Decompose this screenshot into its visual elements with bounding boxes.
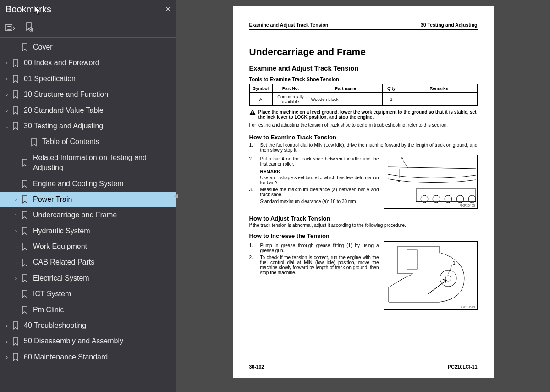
bookmark-item[interactable]: ›Related Information on Testing and Adju… xyxy=(0,150,176,176)
chevron-icon[interactable]: › xyxy=(12,227,20,235)
bookmark-label: 20 Standard Value Table xyxy=(24,105,173,116)
chevron-icon[interactable]: › xyxy=(3,337,11,346)
svg-text:a: a xyxy=(398,179,400,183)
warning-row: Place the machine on a level ground, low… xyxy=(249,110,478,120)
bookmark-item[interactable]: ›40 Troubleshooting xyxy=(0,318,176,333)
td-partname: Wooden block xyxy=(309,93,382,106)
warning-icon xyxy=(249,110,256,120)
bookmark-label: Hydraulic System xyxy=(33,226,173,236)
bookmark-item[interactable]: ›Undercarriage and Frame xyxy=(0,207,176,223)
warning-text: Place the machine on a level ground, low… xyxy=(258,110,478,120)
adjust-note: If the track tension is abnormal, adjust… xyxy=(249,223,478,228)
svg-rect-21 xyxy=(407,250,417,269)
bookmark-label: 01 Specification xyxy=(24,74,173,84)
bookmark-label: 30 Testing and Adjusting xyxy=(24,121,173,131)
figure-track-tension: A a RKP30405 xyxy=(384,155,478,209)
sidebar-title: Bookmarks xyxy=(6,4,51,15)
chevron-icon[interactable]: › xyxy=(12,259,20,267)
bookmark-label: 60 Maintenance Standard xyxy=(24,352,173,362)
examine-step1: Set the fuel control dial to MIN (Low id… xyxy=(260,143,478,153)
svg-point-4 xyxy=(29,28,33,31)
th-partname: Part name xyxy=(309,84,382,93)
bookmark-item[interactable]: ›Hydraulic System xyxy=(0,223,176,239)
page-footer: 30-102 PC210LCI-11 xyxy=(249,364,478,370)
svg-line-8 xyxy=(388,167,476,169)
find-bookmark-icon[interactable] xyxy=(24,22,34,33)
chevron-icon[interactable]: › xyxy=(12,290,20,298)
bookmark-item[interactable]: ›Power Train xyxy=(0,192,176,207)
tools-table: Symbol Part No. Part name Q'ty Remarks A… xyxy=(249,84,478,106)
chevron-icon[interactable]: › xyxy=(12,195,20,204)
figure-grease-fitting: 1 RSP10519 xyxy=(384,241,478,310)
pdf-page: Examine and Adjust Track Tension 30 Test… xyxy=(233,6,494,378)
bookmark-label: ICT System xyxy=(33,289,173,299)
collapse-sidebar-icon[interactable]: ◀ xyxy=(174,193,179,202)
bookmark-item[interactable]: ›50 Disassembly and Assembly xyxy=(0,333,176,349)
chevron-icon[interactable]: › xyxy=(3,353,11,361)
chevron-icon[interactable]: › xyxy=(12,243,20,251)
bookmark-item[interactable]: ›20 Standard Value Table xyxy=(0,103,176,118)
chevron-icon[interactable]: › xyxy=(3,75,11,83)
svg-text:A: A xyxy=(401,156,403,160)
bookmark-item[interactable]: ›CAB Related Parts xyxy=(0,254,176,270)
svg-text:1: 1 xyxy=(453,260,456,265)
bookmark-label: 10 Structure and Function xyxy=(24,89,173,99)
bookmark-item[interactable]: ⌄30 Testing and Adjusting xyxy=(0,118,176,134)
bookmark-tree[interactable]: Cover›00 Index and Foreword›01 Specifica… xyxy=(0,38,176,392)
bookmarks-toolbar xyxy=(0,18,176,38)
svg-point-23 xyxy=(446,276,451,281)
bookmark-label: Electrical System xyxy=(33,273,173,283)
figure-id: RKP30405 xyxy=(460,204,475,207)
th-partno: Part No. xyxy=(272,84,309,93)
bookmark-label: Related Information on Testing and Adjus… xyxy=(33,153,173,173)
remark-label: REMARK xyxy=(260,169,379,174)
std-clearance: Standard maximum clearance (a): 10 to 30… xyxy=(260,199,379,204)
bookmark-item[interactable]: ›Engine and Cooling System xyxy=(0,176,176,192)
td-partno: Commercially available xyxy=(272,93,309,106)
chevron-icon[interactable]: › xyxy=(12,180,20,188)
td-qty: 1 xyxy=(382,93,401,106)
td-remarks xyxy=(401,93,477,106)
bookmark-item[interactable]: ›60 Maintenance Standard xyxy=(0,349,176,365)
chevron-icon[interactable]: › xyxy=(3,106,11,115)
note-text: For testing and adjusting the tension of… xyxy=(249,122,478,127)
bookmark-item[interactable]: ›ICT System xyxy=(0,286,176,302)
footer-left: 30-102 xyxy=(249,364,264,370)
options-icon[interactable] xyxy=(6,22,16,33)
chevron-icon[interactable]: › xyxy=(12,306,20,314)
bookmarks-panel: Bookmarks × Cover›00 Index and Foreword›… xyxy=(0,0,176,392)
footer-right: PC210LCI-11 xyxy=(448,364,477,370)
bookmark-item[interactable]: Table of Contents xyxy=(0,134,176,149)
bookmark-label: 40 Troubleshooting xyxy=(24,320,173,331)
document-viewport[interactable]: ◀ Examine and Adjust Track Tension 30 Te… xyxy=(176,0,550,392)
bookmark-item[interactable]: ›Electrical System xyxy=(0,271,176,286)
chevron-icon[interactable]: › xyxy=(12,159,20,167)
chevron-icon[interactable]: › xyxy=(3,59,11,67)
bookmark-item[interactable]: ›Pm Clinic xyxy=(0,302,176,318)
chevron-icon[interactable]: › xyxy=(12,211,20,219)
chevron-icon[interactable]: › xyxy=(12,274,20,282)
bookmark-item[interactable]: Cover xyxy=(0,39,176,55)
remark-text: Use an L shape steel bar, etc. which has… xyxy=(260,175,379,185)
bookmark-item[interactable]: ›Work Equipment xyxy=(0,239,176,254)
svg-rect-7 xyxy=(252,114,253,115)
examine-step3: Measure the maximum clearance (a) betwee… xyxy=(260,187,379,197)
running-right: 30 Testing and Adjusting xyxy=(421,22,478,28)
increase-step1: Pump in grease through grease fitting (1… xyxy=(260,243,379,253)
td-symbol: A xyxy=(249,93,272,106)
bookmark-item[interactable]: ›10 Structure and Function xyxy=(0,87,176,102)
section-heading: Examine and Adjust Track Tension xyxy=(249,65,478,72)
close-icon[interactable]: × xyxy=(165,3,171,15)
bookmark-label: 00 Index and Foreword xyxy=(24,58,173,68)
bookmark-item[interactable]: ›01 Specification xyxy=(0,71,176,87)
th-symbol: Symbol xyxy=(249,84,272,93)
chevron-icon[interactable]: › xyxy=(3,321,11,330)
bookmark-label: CAB Related Parts xyxy=(33,257,173,267)
examine-heading: How to Examine Track Tension xyxy=(249,134,478,141)
running-left: Examine and Adjust Track Tension xyxy=(249,22,329,28)
chevron-icon[interactable]: ⌄ xyxy=(3,122,11,130)
bookmark-label: Undercarriage and Frame xyxy=(33,210,173,220)
subsection-heading: Tools to Examine Track Shoe Tension xyxy=(249,77,478,82)
chevron-icon[interactable]: › xyxy=(3,90,11,99)
bookmark-item[interactable]: ›00 Index and Foreword xyxy=(0,55,176,71)
